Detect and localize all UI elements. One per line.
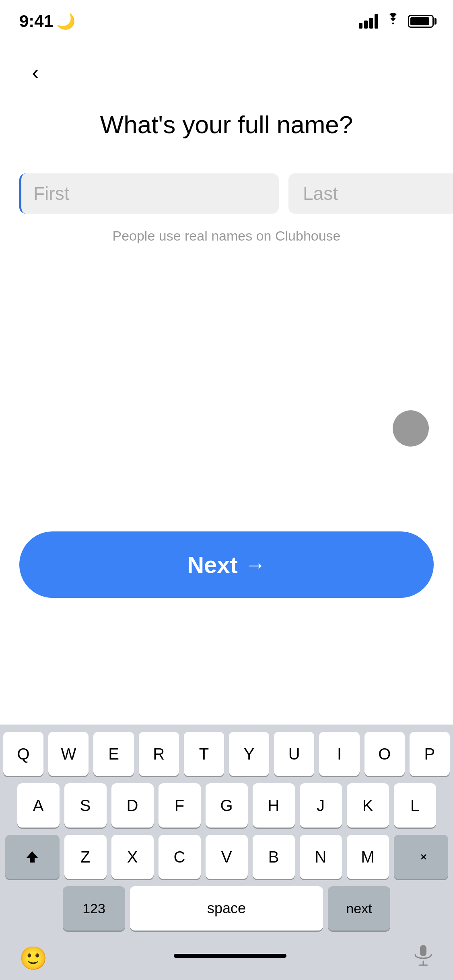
status-bar: 9:41 🌙	[0, 0, 453, 35]
key-b[interactable]: B	[253, 835, 295, 879]
microphone-icon[interactable]	[413, 944, 434, 972]
back-button[interactable]: ‹	[19, 56, 51, 89]
key-s[interactable]: S	[64, 783, 107, 828]
wifi-icon	[385, 13, 402, 30]
next-button-label: Next	[187, 551, 238, 578]
back-chevron-icon: ‹	[32, 62, 39, 83]
signal-icon	[359, 14, 378, 29]
key-a[interactable]: A	[17, 783, 60, 828]
key-123[interactable]: 123	[63, 886, 125, 931]
key-k[interactable]: K	[347, 783, 389, 828]
key-next[interactable]: next	[328, 886, 390, 931]
main-content: What's your full name? People use real n…	[0, 109, 453, 244]
keyboard-row-1: Q W E R T Y U I O P	[3, 732, 450, 776]
keyboard-row-2: A S D F G H J K L	[3, 783, 450, 828]
key-p[interactable]: P	[410, 732, 450, 776]
key-h[interactable]: H	[253, 783, 295, 828]
gray-circle	[393, 410, 429, 447]
svg-rect-0	[420, 945, 426, 956]
home-indicator	[174, 954, 286, 958]
keyboard: Q W E R T Y U I O P A S D F G H J K L Z …	[0, 725, 453, 980]
status-time: 9:41 🌙	[19, 12, 75, 31]
helper-text: People use real names on Clubhouse	[19, 228, 434, 244]
key-o[interactable]: O	[364, 732, 405, 776]
key-r[interactable]: R	[139, 732, 179, 776]
last-name-input[interactable]	[288, 173, 453, 214]
key-l[interactable]: L	[394, 783, 436, 828]
next-arrow-icon: →	[245, 553, 266, 577]
keyboard-row-4: 123 space next	[3, 886, 450, 931]
key-c[interactable]: C	[159, 835, 201, 879]
key-shift[interactable]	[5, 835, 60, 879]
key-i[interactable]: I	[319, 732, 359, 776]
key-x[interactable]: X	[111, 835, 154, 879]
first-name-input[interactable]	[19, 173, 279, 214]
next-button[interactable]: Next →	[19, 531, 434, 598]
moon-icon: 🌙	[56, 12, 75, 30]
keyboard-bottom-row: 🙂	[3, 938, 450, 980]
key-u[interactable]: U	[274, 732, 314, 776]
key-e[interactable]: E	[93, 732, 134, 776]
keyboard-row-3: Z X C V B N M	[3, 835, 450, 879]
key-d[interactable]: D	[111, 783, 154, 828]
key-z[interactable]: Z	[64, 835, 107, 879]
key-backspace[interactable]	[394, 835, 448, 879]
name-input-row	[19, 173, 434, 214]
time-display: 9:41	[19, 12, 53, 31]
key-v[interactable]: V	[206, 835, 248, 879]
key-m[interactable]: M	[347, 835, 389, 879]
page-title: What's your full name?	[19, 109, 434, 141]
key-w[interactable]: W	[48, 732, 89, 776]
battery-icon	[408, 15, 434, 28]
emoji-icon[interactable]: 🙂	[19, 945, 47, 972]
key-t[interactable]: T	[184, 732, 224, 776]
key-n[interactable]: N	[300, 835, 342, 879]
key-g[interactable]: G	[206, 783, 248, 828]
key-q[interactable]: Q	[3, 732, 43, 776]
key-j[interactable]: J	[300, 783, 342, 828]
key-space[interactable]: space	[130, 886, 323, 931]
status-icons	[359, 13, 434, 30]
key-y[interactable]: Y	[229, 732, 269, 776]
key-f[interactable]: F	[159, 783, 201, 828]
